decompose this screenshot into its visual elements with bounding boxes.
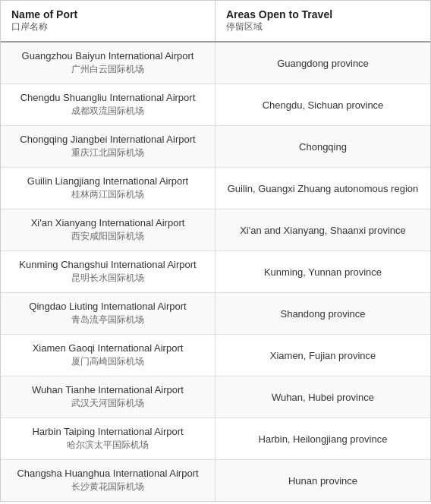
areas-text: Kunming, Yunnan province — [264, 266, 382, 278]
areas-text: Xi'an and Xianyang, Shaanxi province — [240, 225, 406, 236]
header-areas-sub: 停留区域 — [226, 20, 420, 33]
port-name-en: Kunming Changshui International Airport — [11, 259, 204, 270]
table-row: Chongqing Jiangbei International Airport… — [1, 126, 430, 168]
port-name-en: Wuhan Tianhe International Airport — [11, 384, 204, 395]
cell-areas: Chengdu, Sichuan province — [216, 84, 430, 125]
table-body: Guangzhou Baiyun International Airport 广… — [1, 43, 430, 501]
areas-text: Harbin, Heilongjiang province — [259, 433, 388, 445]
cell-port: Wuhan Tianhe International Airport 武汉天河国… — [1, 376, 216, 417]
port-name-en: Xi'an Xianyang International Airport — [11, 217, 204, 228]
cell-port: Xiamen Gaoqi International Airport 厦门高崎国… — [1, 335, 216, 376]
table-header: Name of Port 口岸名称 Areas Open to Travel 停… — [1, 1, 430, 43]
table-row: Chengdu Shuangliu International Airport … — [1, 84, 430, 126]
cell-port: Guangzhou Baiyun International Airport 广… — [1, 43, 216, 83]
table-row: Xiamen Gaoqi International Airport 厦门高崎国… — [1, 335, 430, 376]
port-name-zh: 成都双流国际机场 — [11, 105, 204, 118]
header-port: Name of Port 口岸名称 — [1, 1, 216, 41]
header-areas-main: Areas Open to Travel — [226, 8, 420, 20]
cell-areas: Xiamen, Fujian province — [216, 335, 430, 376]
cell-port: Qingdao Liuting International Airport 青岛… — [1, 293, 216, 334]
table-row: Qingdao Liuting International Airport 青岛… — [1, 293, 430, 335]
areas-text: Guangdong province — [277, 58, 369, 69]
port-name-zh: 重庆江北国际机场 — [11, 146, 204, 159]
port-name-en: Chongqing Jiangbei International Airport — [11, 134, 204, 145]
areas-text: Xiamen, Fujian province — [270, 350, 376, 361]
header-port-sub: 口岸名称 — [11, 20, 204, 33]
table-row: Wuhan Tianhe International Airport 武汉天河国… — [1, 376, 430, 418]
table-row: Kunming Changshui International Airport … — [1, 251, 430, 293]
port-name-en: Harbin Taiping International Airport — [11, 426, 204, 437]
cell-port: Harbin Taiping International Airport 哈尔滨… — [1, 418, 216, 459]
cell-port: Changsha Huanghua International Airport … — [1, 460, 216, 501]
port-name-zh: 广州白云国际机场 — [11, 63, 204, 76]
port-name-zh: 桂林两江国际机场 — [11, 188, 204, 201]
cell-areas: Chongqing — [216, 126, 430, 167]
main-table: Name of Port 口岸名称 Areas Open to Travel 停… — [0, 0, 431, 502]
cell-areas: Harbin, Heilongjiang province — [216, 418, 430, 459]
port-name-en: Changsha Huanghua International Airport — [11, 468, 204, 479]
cell-areas: Xi'an and Xianyang, Shaanxi province — [216, 209, 430, 250]
port-name-en: Qingdao Liuting International Airport — [11, 301, 204, 312]
table-row: Guilin Liangjiang International Airport … — [1, 168, 430, 209]
cell-areas: Shandong province — [216, 293, 430, 334]
table-row: Xi'an Xianyang International Airport 西安咸… — [1, 209, 430, 251]
port-name-en: Chengdu Shuangliu International Airport — [11, 92, 204, 103]
cell-areas: Wuhan, Hubei province — [216, 376, 430, 417]
cell-port: Chongqing Jiangbei International Airport… — [1, 126, 216, 167]
port-name-en: Guangzhou Baiyun International Airport — [11, 50, 204, 61]
header-areas: Areas Open to Travel 停留区域 — [216, 1, 430, 41]
cell-port: Kunming Changshui International Airport … — [1, 251, 216, 292]
port-name-zh: 武汉天河国际机场 — [11, 397, 204, 410]
areas-text: Shandong province — [280, 308, 365, 320]
port-name-en: Guilin Liangjiang International Airport — [11, 175, 204, 187]
port-name-en: Xiamen Gaoqi International Airport — [11, 342, 204, 354]
cell-port: Xi'an Xianyang International Airport 西安咸… — [1, 209, 216, 250]
port-name-zh: 长沙黄花国际机场 — [11, 480, 204, 493]
table-row: Harbin Taiping International Airport 哈尔滨… — [1, 418, 430, 460]
header-port-main: Name of Port — [11, 8, 204, 20]
areas-text: Hunan province — [288, 475, 357, 487]
areas-text: Chengdu, Sichuan province — [263, 99, 384, 111]
table-row: Changsha Huanghua International Airport … — [1, 460, 430, 501]
areas-text: Guilin, Guangxi Zhuang autonomous region — [228, 183, 419, 194]
cell-areas: Guilin, Guangxi Zhuang autonomous region — [216, 168, 430, 209]
table-row: Guangzhou Baiyun International Airport 广… — [1, 43, 430, 84]
cell-areas: Guangdong province — [216, 43, 430, 83]
areas-text: Wuhan, Hubei province — [272, 392, 374, 403]
cell-areas: Kunming, Yunnan province — [216, 251, 430, 292]
port-name-zh: 西安咸阳国际机场 — [11, 230, 204, 243]
cell-port: Guilin Liangjiang International Airport … — [1, 168, 216, 209]
cell-port: Chengdu Shuangliu International Airport … — [1, 84, 216, 125]
areas-text: Chongqing — [299, 141, 347, 153]
port-name-zh: 青岛流亭国际机场 — [11, 313, 204, 326]
port-name-zh: 昆明长水国际机场 — [11, 272, 204, 285]
port-name-zh: 厦门高崎国际机场 — [11, 355, 204, 368]
cell-areas: Hunan province — [216, 460, 430, 501]
port-name-zh: 哈尔滨太平国际机场 — [11, 439, 204, 452]
